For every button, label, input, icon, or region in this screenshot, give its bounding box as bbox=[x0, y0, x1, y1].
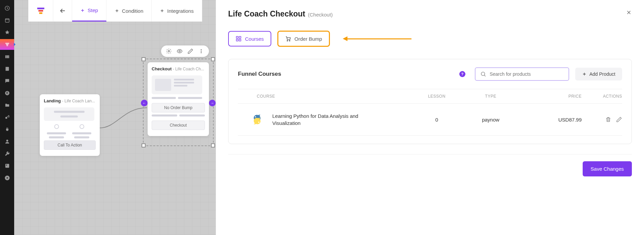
pill-courses[interactable]: Courses bbox=[228, 31, 271, 46]
sidebar: E bbox=[0, 0, 14, 235]
close-icon bbox=[626, 9, 632, 15]
panel-subtitle: (Checkout) bbox=[308, 12, 333, 18]
sidebar-pin[interactable] bbox=[0, 27, 14, 38]
arrow-indicator bbox=[343, 36, 411, 41]
no-order-bump-label: No Order Bump bbox=[152, 103, 205, 112]
tab-integrations-label: Integrations bbox=[167, 8, 193, 14]
delete-icon[interactable] bbox=[605, 116, 611, 123]
connector-line bbox=[100, 104, 147, 131]
funnel-logo[interactable] bbox=[28, 0, 53, 22]
cart-icon bbox=[285, 36, 291, 42]
sidebar-element[interactable]: E bbox=[0, 88, 14, 98]
plus-icon bbox=[582, 72, 587, 76]
svg-point-25 bbox=[289, 40, 290, 41]
svg-rect-22 bbox=[236, 39, 238, 41]
node-more-icon[interactable] bbox=[198, 48, 204, 54]
panel-close-button[interactable] bbox=[626, 9, 632, 17]
canvas-node-landing[interactable]: Landing - Life Coach Lan... Call To Acti… bbox=[40, 94, 100, 156]
add-product-label: Add Product bbox=[589, 71, 615, 77]
sidebar-book[interactable] bbox=[0, 63, 14, 74]
svg-point-17 bbox=[201, 49, 202, 50]
node-toolbar bbox=[161, 45, 209, 57]
svg-text:E: E bbox=[6, 91, 8, 95]
node-checkout-button[interactable]: Checkout bbox=[152, 121, 205, 130]
sidebar-folder[interactable] bbox=[0, 100, 14, 110]
plus-icon bbox=[160, 8, 164, 13]
sidebar-image[interactable] bbox=[0, 160, 14, 171]
sidebar-calendar[interactable] bbox=[0, 15, 14, 26]
svg-point-15 bbox=[168, 51, 170, 52]
section-title: Funnel Courses bbox=[238, 71, 281, 77]
svg-rect-13 bbox=[38, 10, 43, 12]
tab-condition[interactable]: Condition bbox=[106, 0, 152, 22]
node-settings-icon[interactable] bbox=[166, 48, 172, 54]
edit-icon[interactable] bbox=[616, 116, 622, 123]
node-checkout-title: Checkout - Life Coach Ch... bbox=[152, 66, 205, 71]
svg-point-18 bbox=[201, 51, 202, 52]
svg-rect-1 bbox=[5, 19, 9, 22]
svg-rect-23 bbox=[239, 39, 241, 41]
tab-integrations[interactable]: Integrations bbox=[152, 0, 202, 22]
pill-order-bump[interactable]: Order Bump bbox=[277, 31, 330, 47]
svg-point-19 bbox=[201, 52, 202, 53]
search-icon bbox=[480, 71, 486, 77]
plus-icon bbox=[115, 8, 119, 13]
svg-rect-12 bbox=[37, 8, 44, 9]
sidebar-key[interactable] bbox=[0, 112, 14, 123]
panel-title: Life Coach Checkout bbox=[228, 9, 305, 19]
node-cta-button[interactable]: Call To Action bbox=[44, 140, 96, 150]
canvas-node-checkout[interactable]: Checkout - Life Coach Ch... No Order Bum… bbox=[148, 62, 209, 136]
svg-rect-4 bbox=[6, 45, 8, 46]
svg-rect-2 bbox=[5, 43, 9, 43]
svg-point-24 bbox=[287, 40, 287, 41]
tab-step[interactable]: Step bbox=[72, 0, 106, 22]
connector-in[interactable]: ← bbox=[141, 100, 148, 106]
search-input[interactable] bbox=[490, 71, 564, 77]
svg-point-26 bbox=[481, 72, 485, 76]
svg-rect-9 bbox=[5, 164, 9, 167]
sidebar-courses[interactable] bbox=[0, 51, 14, 62]
th-course: Course bbox=[238, 94, 413, 99]
svg-rect-3 bbox=[6, 44, 8, 45]
sidebar-plug[interactable] bbox=[0, 124, 14, 135]
sidebar-user[interactable] bbox=[0, 136, 14, 147]
sidebar-dashboard[interactable] bbox=[0, 3, 14, 13]
grid-icon bbox=[236, 36, 242, 42]
right-panel: Life Coach Checkout (Checkout) Courses O… bbox=[216, 0, 644, 235]
course-name: Learning Python for Data Analysis and Vi… bbox=[272, 112, 367, 127]
sidebar-chat[interactable] bbox=[0, 75, 14, 86]
node-preview-icon[interactable] bbox=[177, 48, 183, 54]
back-button[interactable] bbox=[53, 0, 72, 22]
sidebar-funnel[interactable] bbox=[0, 39, 14, 50]
plus-icon bbox=[80, 8, 85, 13]
products-table: Course Lesson Type Price Actions Learnin… bbox=[238, 89, 622, 136]
save-button[interactable]: Save Changes bbox=[583, 161, 632, 176]
svg-point-10 bbox=[6, 164, 7, 165]
top-toolbar: Step Condition Integrations bbox=[28, 0, 202, 22]
cell-type: paynow bbox=[460, 117, 521, 123]
tab-pills: Courses Order Bump bbox=[228, 31, 632, 47]
svg-point-28 bbox=[258, 122, 259, 123]
node-edit-icon[interactable] bbox=[187, 48, 193, 54]
connector-out[interactable]: → bbox=[209, 100, 216, 106]
svg-rect-20 bbox=[236, 36, 238, 38]
pill-courses-label: Courses bbox=[245, 36, 264, 42]
th-actions: Actions bbox=[582, 94, 622, 99]
add-product-button[interactable]: Add Product bbox=[575, 68, 622, 80]
tab-condition-label: Condition bbox=[122, 8, 143, 14]
help-badge[interactable]: ? bbox=[459, 71, 465, 77]
node-landing-title: Landing - Life Coach Lan... bbox=[44, 98, 96, 103]
cell-lesson: 0 bbox=[413, 117, 460, 123]
cell-price: USD87.99 bbox=[521, 117, 582, 123]
pill-order-bump-label: Order Bump bbox=[295, 36, 322, 42]
canvas-area: Step Condition Integrations Landing - Li… bbox=[14, 0, 216, 235]
svg-point-27 bbox=[255, 116, 256, 118]
tab-step-label: Step bbox=[88, 7, 98, 13]
svg-rect-14 bbox=[39, 12, 42, 14]
sidebar-wrench[interactable] bbox=[0, 148, 14, 159]
th-type: Type bbox=[460, 94, 521, 99]
svg-rect-21 bbox=[239, 36, 241, 38]
search-input-wrap[interactable] bbox=[475, 67, 569, 81]
sidebar-play[interactable] bbox=[0, 172, 14, 183]
content-card: Funnel Courses ? Add Product Course Less… bbox=[228, 59, 632, 144]
